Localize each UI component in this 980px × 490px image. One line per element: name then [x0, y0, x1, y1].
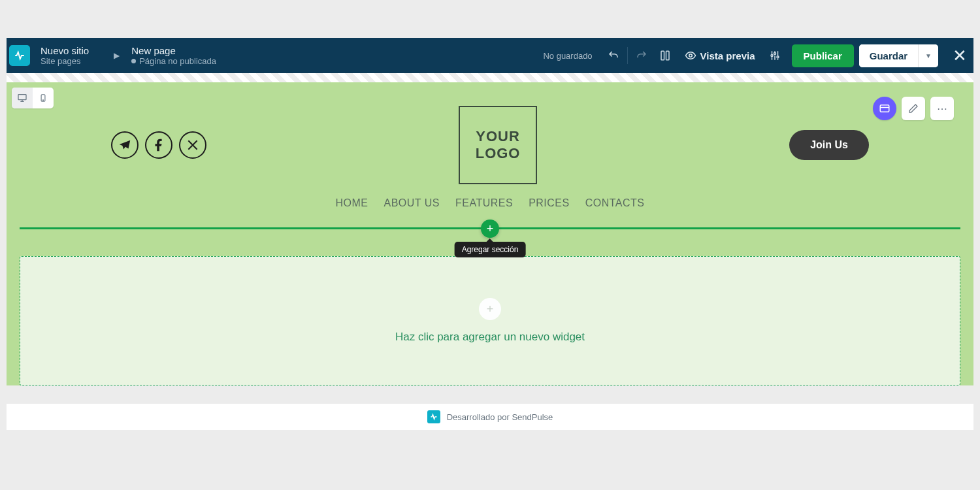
mobile-view-button[interactable]: [33, 88, 54, 108]
svg-rect-1: [666, 51, 669, 60]
nav-contacts[interactable]: CONTACTS: [585, 197, 645, 209]
chevron-right-icon: ▶: [114, 51, 120, 60]
top-bar: Nuevo sitio Site pages ▶ New page Página…: [7, 38, 973, 73]
redo-button[interactable]: [630, 44, 653, 67]
breadcrumb-page[interactable]: New page Página no publicada: [125, 42, 229, 69]
nav-home[interactable]: HOME: [335, 197, 368, 209]
logo-placeholder[interactable]: YOURLOGO: [459, 106, 537, 184]
join-us-button[interactable]: Join Us: [789, 130, 869, 160]
plus-icon: +: [479, 298, 501, 320]
nav-features[interactable]: FEATURES: [455, 197, 513, 209]
nav-prices[interactable]: PRICES: [529, 197, 570, 209]
svg-point-2: [689, 54, 692, 57]
sendpulse-icon: [427, 410, 440, 423]
status-dot-icon: [131, 59, 136, 63]
powered-by-footer: Desarrollado por SendPulse: [7, 404, 973, 430]
svg-rect-0: [661, 51, 664, 60]
divider: [627, 47, 628, 64]
facebook-icon[interactable]: [145, 131, 172, 159]
section-style-button[interactable]: [873, 97, 896, 120]
svg-rect-6: [18, 95, 26, 100]
guides-button[interactable]: [653, 44, 677, 67]
add-section-button[interactable]: +: [481, 220, 499, 238]
empty-widget-zone[interactable]: + Haz clic para agregar un nuevo widget: [20, 256, 960, 385]
template-header: YOURLOGO Join Us: [111, 102, 869, 191]
powered-by-text: Desarrollado por SendPulse: [447, 412, 553, 422]
close-button[interactable]: ✕: [946, 46, 973, 66]
preview-button[interactable]: Vista previa: [677, 50, 763, 61]
svg-point-3: [771, 55, 773, 57]
social-links: [111, 131, 206, 159]
section-divider: + Agregar sección: [7, 220, 973, 237]
brand-icon[interactable]: [9, 45, 30, 66]
svg-point-8: [42, 100, 43, 101]
section-tools: ⋯: [873, 97, 954, 120]
edit-section-button[interactable]: [902, 97, 925, 120]
template-nav: HOME ABOUT US FEATURES PRICES CONTACTS: [111, 191, 869, 220]
undo-button[interactable]: [602, 44, 625, 67]
widget-hint: Haz clic para agregar un nuevo widget: [395, 331, 585, 344]
svg-point-4: [774, 53, 776, 55]
telegram-icon[interactable]: [111, 131, 139, 159]
canvas: ⋯ YOURLOGO Join Us HOME ABOUT US FEATURE…: [7, 82, 973, 430]
save-dropdown-button[interactable]: ▼: [918, 44, 938, 67]
breadcrumb-site[interactable]: Nuevo sitio Site pages: [37, 42, 108, 69]
add-section-tooltip: Agregar sección: [455, 242, 526, 257]
template-page: YOURLOGO Join Us HOME ABOUT US FEATURES …: [7, 82, 973, 385]
unsaved-status: No guardado: [543, 51, 592, 61]
settings-button[interactable]: [763, 44, 787, 67]
page-status: Página no publicada: [131, 56, 216, 66]
x-twitter-icon[interactable]: [179, 131, 206, 159]
nav-about[interactable]: ABOUT US: [384, 197, 440, 209]
site-title: Nuevo sitio: [41, 45, 89, 56]
ruler-strip: [7, 73, 973, 82]
page-title: New page: [131, 45, 216, 56]
save-group: Guardar ▼: [859, 44, 938, 67]
device-toggle: [12, 88, 54, 108]
svg-point-5: [777, 56, 779, 58]
section-more-button[interactable]: ⋯: [930, 97, 954, 120]
site-subtitle: Site pages: [41, 56, 89, 66]
publish-button[interactable]: Publicar: [792, 44, 854, 67]
save-button[interactable]: Guardar: [859, 44, 918, 67]
svg-rect-9: [880, 105, 889, 112]
desktop-view-button[interactable]: [12, 88, 33, 108]
